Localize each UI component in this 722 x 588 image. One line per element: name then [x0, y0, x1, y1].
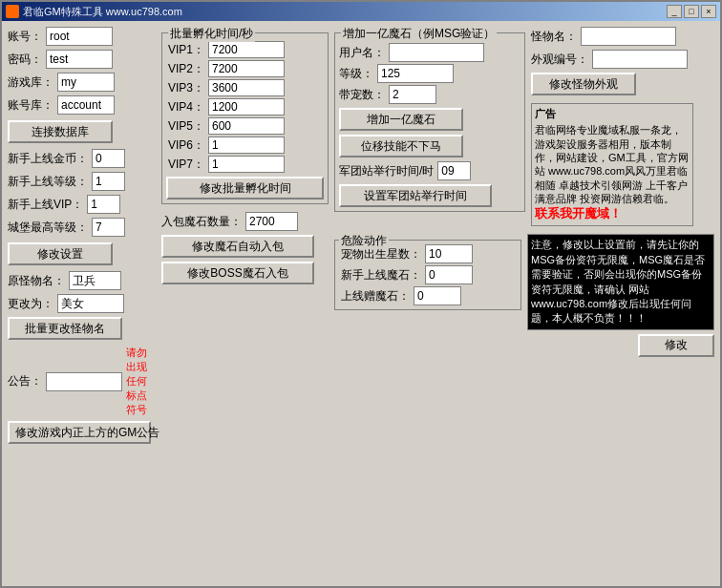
- vip2-label: VIP2：: [166, 61, 204, 77]
- pack-magic-input[interactable]: [245, 212, 298, 231]
- rt-username-input[interactable]: [389, 43, 484, 62]
- batch-change-monster-button[interactable]: 批量更改怪物名: [8, 317, 122, 340]
- monster-name-label: 怪物名：: [531, 29, 577, 45]
- ad-title: 广告: [535, 107, 690, 121]
- vip6-row: VIP6：: [166, 136, 324, 154]
- modify-boss-pack-button[interactable]: 修改BOSS魔石入包: [161, 262, 314, 284]
- newbie-level-label: 新手上线等级：: [8, 174, 88, 190]
- original-monster-label: 原怪物名：: [8, 273, 65, 289]
- vip4-input[interactable]: [208, 98, 285, 116]
- newbie-level-input[interactable]: [92, 172, 125, 191]
- accountdb-row: 账号库：: [8, 95, 156, 115]
- accountdb-input[interactable]: [57, 95, 115, 115]
- vip5-input[interactable]: [208, 117, 285, 135]
- account-input[interactable]: [46, 27, 113, 46]
- newbie-gold-input[interactable]: [92, 149, 125, 168]
- modify-auto-pack-button[interactable]: 修改魔石自动入包: [161, 235, 314, 258]
- vip4-row: VIP4：: [166, 98, 324, 116]
- rt-level-row: 等级：: [339, 64, 520, 83]
- left-column: 账号： 密码： 游戏库： 账号库： 连接数据库 新手上线金币：: [8, 27, 156, 580]
- account-row: 账号：: [8, 27, 156, 46]
- warning-area: 注意，修改以上设置前，请先让你的MSG备份资符无限魔，MSG魔石是否需要验证，否…: [527, 234, 714, 356]
- gamedb-input[interactable]: [57, 73, 115, 92]
- modify-announcement-button[interactable]: 修改游戏内正上方的GM公告: [8, 421, 151, 444]
- password-label: 密码：: [8, 52, 42, 68]
- rt-level-input[interactable]: [377, 64, 454, 83]
- danger-title: 危险动作: [339, 233, 389, 249]
- newbie-vip-row: 新手上线VIP：: [8, 195, 156, 214]
- account-label: 账号：: [8, 29, 42, 45]
- vip7-row: VIP7：: [166, 156, 324, 173]
- vip1-input[interactable]: [208, 41, 285, 58]
- vip3-label: VIP3：: [166, 80, 204, 96]
- titlebar: 君临GM特殊工具 www.uc798.com _ □ ×: [2, 2, 720, 21]
- main-window: 君临GM特殊工具 www.uc798.com _ □ × 账号： 密码： 游戏库…: [0, 0, 722, 588]
- vip6-input[interactable]: [208, 136, 285, 154]
- army-time-label: 军团站举行时间/时: [339, 163, 434, 179]
- change-to-row: 更改为：: [8, 294, 156, 313]
- vip7-label: VIP7：: [166, 157, 204, 173]
- danger-group: 危险动作 宠物出生星数： 新手上线魔石： 上线赠魔石：: [334, 240, 521, 310]
- change-to-label: 更改为：: [8, 296, 53, 312]
- gamedb-row: 游戏库：: [8, 73, 156, 92]
- rt-username-label: 用户名：: [339, 45, 385, 61]
- army-time-input[interactable]: [437, 161, 471, 180]
- vip5-label: VIP5：: [166, 118, 204, 135]
- gamedb-label: 游戏库：: [8, 74, 53, 91]
- monster-section: 怪物名： 外观编号： 修改怪物外观 广告 君临网络专业魔域私服一条龙，游戏架设服…: [531, 27, 693, 226]
- pack-magic-label: 入包魔石数量：: [161, 214, 242, 230]
- modify-hatch-button[interactable]: 修改批量孵化时间: [166, 177, 324, 200]
- original-monster-row: 原怪物名：: [8, 271, 156, 290]
- warning-box: 注意，修改以上设置前，请先让你的MSG备份资符无限魔，MSG魔石是否需要验证，否…: [527, 234, 714, 329]
- monster-name-input[interactable]: [581, 27, 676, 46]
- batch-hatch-group: 批量孵化时间/秒 VIP1： VIP2： VIP3： VIP4：: [161, 32, 329, 204]
- online-gift-input[interactable]: [414, 286, 461, 305]
- vip1-label: VIP1：: [166, 42, 204, 58]
- vip3-input[interactable]: [208, 79, 285, 96]
- titlebar-buttons: _ □ ×: [667, 5, 716, 18]
- ad-text: 君临网络专业魔域私服一条龙，游戏架设服务器相用，版本制作，网站建设，GM工具，官…: [535, 123, 690, 205]
- newbie-magic-input[interactable]: [425, 265, 473, 284]
- add-magic-button[interactable]: 增加一亿魔石: [339, 108, 463, 131]
- modify-monster-button[interactable]: 修改怪物外观: [531, 73, 636, 95]
- danger-area: 危险动作 宠物出生星数： 新手上线魔石： 上线赠魔石：: [334, 234, 521, 356]
- external-code-input[interactable]: [592, 50, 688, 69]
- announcement-input[interactable]: [46, 372, 122, 391]
- maximize-button[interactable]: □: [684, 5, 699, 18]
- move-skill-button[interactable]: 位移技能不下马: [339, 135, 463, 158]
- warning-text: 注意，修改以上设置前，请先让你的MSG备份资符无限魔，MSG魔石是否需要验证，否…: [531, 239, 705, 324]
- newbie-magic-row: 新手上线魔石：: [341, 265, 515, 284]
- titlebar-left: 君临GM特殊工具 www.uc798.com: [6, 5, 182, 19]
- vip2-row: VIP2：: [166, 60, 324, 77]
- rt-petcount-input[interactable]: [389, 85, 436, 104]
- right-top-area: 增加一亿魔石（例MSG验证） 用户名： 等级： 带宠数：: [334, 27, 714, 226]
- vip2-input[interactable]: [208, 60, 285, 77]
- minimize-button[interactable]: _: [667, 5, 682, 18]
- close-button[interactable]: ×: [701, 5, 716, 18]
- newbie-vip-input[interactable]: [87, 195, 120, 214]
- modify-settings-button[interactable]: 修改设置: [8, 242, 113, 265]
- announcement-row: 公告： 请勿出现任何标点符号: [8, 346, 156, 417]
- vip3-row: VIP3：: [166, 79, 324, 96]
- ad-box: 广告 君临网络专业魔域私服一条龙，游戏架设服务器相用，版本制作，网站建设，GM工…: [531, 103, 693, 226]
- original-monster-input[interactable]: [69, 271, 121, 290]
- pack-magic-row: 入包魔石数量：: [161, 212, 329, 231]
- external-code-label: 外观编号：: [531, 52, 588, 68]
- rt-petcount-row: 带宠数：: [339, 85, 520, 104]
- army-time-row: 军团站举行时间/时: [339, 161, 520, 180]
- bottom-area: 危险动作 宠物出生星数： 新手上线魔石： 上线赠魔石：: [334, 234, 714, 356]
- newbie-gold-label: 新手上线金币：: [8, 151, 88, 167]
- max-castle-input[interactable]: [92, 218, 125, 237]
- newbie-gold-row: 新手上线金币：: [8, 149, 156, 168]
- vip7-input[interactable]: [208, 156, 285, 173]
- set-army-button[interactable]: 设置军团站举行时间: [339, 184, 492, 207]
- ad-link[interactable]: 联系我开魔域！: [535, 205, 690, 222]
- pet-star-input[interactable]: [425, 244, 473, 263]
- announcement-label: 公告：: [8, 373, 42, 389]
- danger-modify-button[interactable]: 修改: [638, 334, 714, 357]
- password-input[interactable]: [46, 50, 113, 69]
- change-to-input[interactable]: [57, 294, 124, 313]
- connect-db-button[interactable]: 连接数据库: [8, 120, 113, 143]
- window-title: 君临GM特殊工具 www.uc798.com: [23, 5, 182, 19]
- app-icon: [6, 5, 19, 18]
